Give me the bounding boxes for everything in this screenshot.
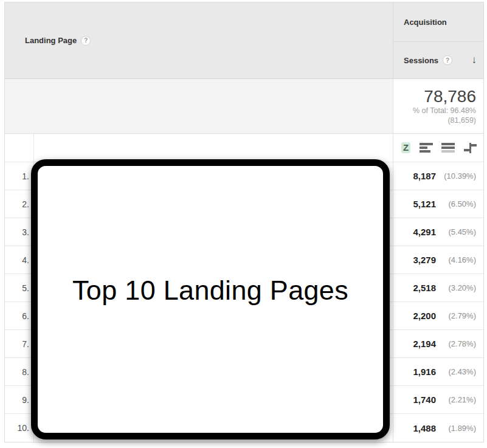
table-header-row: Landing Page ? Acquisition Sessions ? ↓ bbox=[5, 2, 483, 79]
sessions-cell: 1,488 (1.89%) bbox=[393, 414, 483, 442]
sessions-cell: 4,291 (5.45%) bbox=[393, 218, 483, 246]
row-rank: 1. bbox=[5, 162, 34, 190]
landing-page-column-spacer bbox=[34, 134, 393, 162]
sessions-value: 5,121 bbox=[393, 199, 436, 209]
sessions-cell: 8,187 (10.39%) bbox=[393, 162, 483, 190]
sessions-percentage: (4.16%) bbox=[436, 255, 476, 264]
sessions-percentage: (10.39%) bbox=[436, 171, 476, 181]
row-rank: 10. bbox=[5, 414, 34, 442]
data-view-glyph: Z bbox=[401, 142, 410, 153]
sessions-value: 2,200 bbox=[393, 311, 436, 321]
performance-view-icon[interactable] bbox=[420, 143, 433, 153]
view-toolbar: Z bbox=[393, 134, 483, 162]
sessions-percentage: (2.21%) bbox=[436, 395, 476, 404]
row-rank: 5. bbox=[5, 274, 34, 302]
row-rank: 3. bbox=[5, 218, 34, 246]
acquisition-label: Acquisition bbox=[404, 18, 447, 27]
data-view-icon[interactable]: Z bbox=[401, 142, 410, 153]
row-rank: 4. bbox=[5, 246, 34, 274]
help-icon[interactable]: ? bbox=[81, 36, 91, 46]
percentage-view-icon[interactable] bbox=[441, 143, 455, 153]
row-rank: 7. bbox=[5, 330, 34, 357]
sessions-value: 1,740 bbox=[393, 395, 436, 405]
column-group-header-acquisition: Acquisition bbox=[393, 2, 483, 42]
sessions-cell: 3,279 (4.16%) bbox=[393, 246, 483, 274]
sessions-value: 8,187 bbox=[393, 171, 436, 181]
sessions-percentage: (6.50%) bbox=[436, 199, 476, 208]
row-rank: 2. bbox=[5, 190, 34, 218]
row-rank: 6. bbox=[5, 302, 34, 329]
sessions-value: 2,518 bbox=[393, 283, 436, 293]
top-10-landing-pages-callout: Top 10 Landing Pages bbox=[31, 159, 390, 439]
sessions-cell: 2,518 (3.20%) bbox=[393, 274, 483, 302]
column-header-landing-page[interactable]: Landing Page ? bbox=[5, 2, 393, 78]
sessions-cell: 2,194 (2.78%) bbox=[393, 330, 483, 357]
sessions-percentage: (2.43%) bbox=[436, 367, 476, 376]
view-toolbar-row: Z bbox=[5, 134, 483, 162]
sessions-percentage: (2.78%) bbox=[436, 339, 476, 348]
sessions-value: 1,488 bbox=[393, 423, 436, 433]
landing-page-header-label: Landing Page bbox=[25, 36, 77, 45]
sessions-total-value: 78,786 bbox=[424, 87, 476, 106]
summary-row: 78,786 % of Total: 96.48% (81,659) bbox=[5, 79, 483, 134]
help-icon[interactable]: ? bbox=[443, 55, 452, 65]
sessions-cell: 2,200 (2.79%) bbox=[393, 302, 483, 329]
sessions-value: 3,279 bbox=[393, 255, 436, 265]
acquisition-column-group: Acquisition Sessions ? ↓ bbox=[393, 2, 483, 78]
sessions-value: 4,291 bbox=[393, 227, 436, 237]
summary-sessions-cell: 78,786 % of Total: 96.48% (81,659) bbox=[393, 79, 483, 133]
column-header-sessions[interactable]: Sessions ? ↓ bbox=[393, 42, 483, 78]
callout-title: Top 10 Landing Pages bbox=[72, 275, 348, 306]
sessions-percentage: (1.89%) bbox=[436, 424, 476, 433]
sessions-header-label[interactable]: Sessions bbox=[404, 56, 438, 65]
sessions-cell: 1,916 (2.43%) bbox=[393, 358, 483, 385]
sessions-cell: 1,740 (2.21%) bbox=[393, 386, 483, 413]
sessions-percentage: (5.45%) bbox=[436, 227, 476, 236]
comparison-view-icon[interactable] bbox=[464, 143, 477, 153]
sessions-value: 2,194 bbox=[393, 339, 436, 349]
row-rank: 9. bbox=[5, 386, 34, 413]
sessions-cell: 5,121 (6.50%) bbox=[393, 190, 483, 218]
pct-of-total-label: % of Total: 96.48% bbox=[413, 106, 476, 116]
ga-landing-pages-report: Landing Page ? Acquisition Sessions ? ↓ … bbox=[0, 0, 487, 448]
sessions-value: 1,916 bbox=[393, 367, 436, 377]
sessions-percentage: (3.20%) bbox=[436, 283, 476, 292]
total-all-sessions-label: (81,659) bbox=[447, 116, 476, 126]
summary-dimension-cell bbox=[5, 79, 393, 133]
sort-descending-icon[interactable]: ↓ bbox=[472, 54, 477, 66]
rank-column-spacer bbox=[5, 134, 34, 162]
sessions-percentage: (2.79%) bbox=[436, 311, 476, 320]
row-rank: 8. bbox=[5, 358, 34, 385]
